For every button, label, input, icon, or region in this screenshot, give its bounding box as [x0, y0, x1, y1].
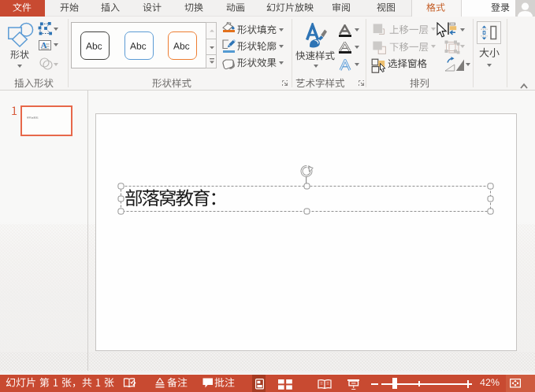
svg-text:A: A: [40, 40, 46, 50]
